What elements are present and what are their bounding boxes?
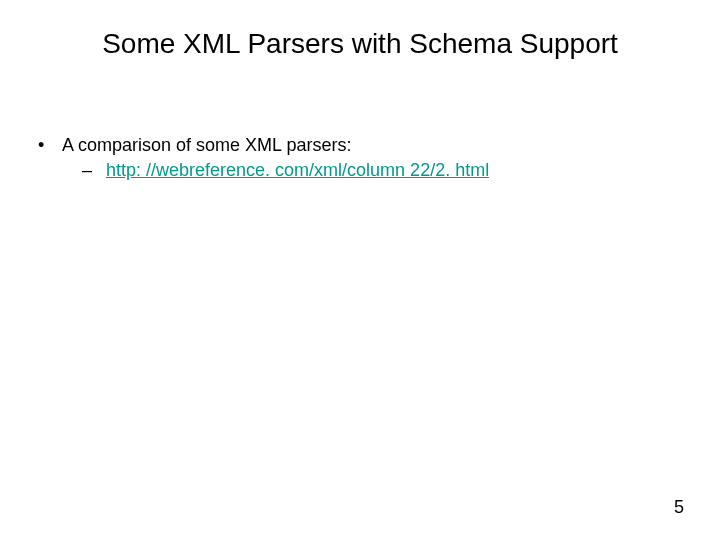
bullet-level-2: – http: //webreference. com/xml/column 2… xyxy=(82,160,682,181)
slide-title: Some XML Parsers with Schema Support xyxy=(0,28,720,60)
bullet-marker-l2: – xyxy=(82,160,106,181)
bullet-l1-text: A comparison of some XML parsers: xyxy=(62,135,351,156)
slide-body: • A comparison of some XML parsers: – ht… xyxy=(38,135,682,181)
bullet-level-1: • A comparison of some XML parsers: xyxy=(38,135,682,156)
bullet-marker-l1: • xyxy=(38,135,62,156)
reference-link[interactable]: http: //webreference. com/xml/column 22/… xyxy=(106,160,489,181)
page-number: 5 xyxy=(674,497,684,518)
slide: Some XML Parsers with Schema Support • A… xyxy=(0,0,720,540)
